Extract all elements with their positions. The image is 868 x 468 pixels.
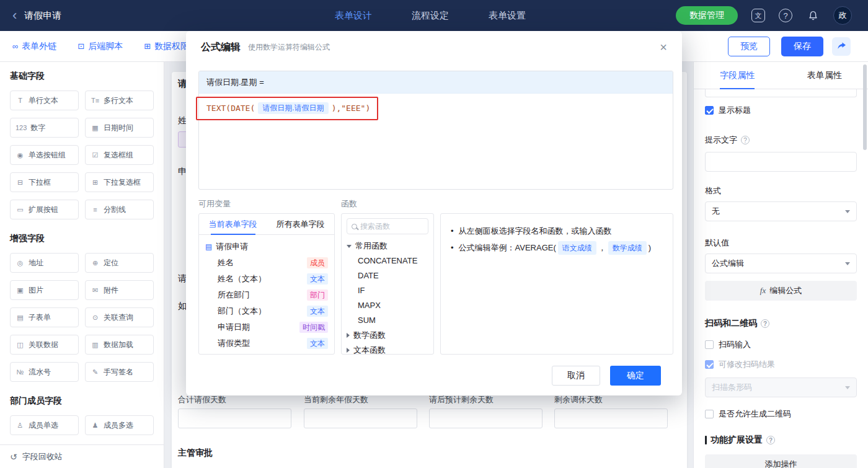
label-text: 扫码和二维码: [705, 318, 757, 329]
user-avatar[interactable]: 政: [833, 6, 852, 25]
chevron-right-icon: [347, 348, 350, 353]
function-search-box[interactable]: [347, 218, 428, 234]
variable-type-tag: 文本: [307, 273, 328, 285]
sidebar-field-extend-button[interactable]: ▭扩展按钮: [10, 200, 79, 219]
variable-item[interactable]: 申请日期 时间戳: [205, 319, 328, 335]
sidebar-field-divider[interactable]: ≡分割线: [85, 200, 154, 219]
canvas-field-label: 合计请假天数: [178, 394, 291, 405]
tab-current-form-fields[interactable]: 当前表单字段: [199, 214, 267, 234]
panel-scrollbar-thumb[interactable]: [863, 64, 867, 150]
function-group-common[interactable]: 常用函数: [347, 239, 428, 254]
search-icon: [352, 224, 357, 229]
sidebar-field-multiline-text[interactable]: T≡多行文本: [85, 91, 154, 110]
function-group-text[interactable]: 文本函数: [347, 343, 428, 355]
function-item[interactable]: CONCATENATE: [347, 254, 428, 268]
subform-icon: ▤: [16, 314, 25, 322]
function-item[interactable]: DATE: [347, 268, 428, 283]
form-input[interactable]: [429, 408, 542, 428]
sidebar-field-member-multi[interactable]: ♟成员多选: [85, 415, 154, 435]
tab-flow-settings[interactable]: 流程设定: [412, 10, 449, 22]
sidebar-field-radio-group[interactable]: ◉单选按钮组: [10, 145, 79, 165]
qr-allow-checkbox-row[interactable]: 是否允许生成二维码: [705, 408, 857, 420]
help-icon[interactable]: ?: [779, 9, 792, 22]
field-recycle-bin[interactable]: ↺ 字段回收站: [0, 444, 164, 468]
sidebar-field-signature[interactable]: ✎手写签名: [85, 362, 154, 382]
sidebar-field-dropdown-multi[interactable]: ⊞下拉复选框: [85, 172, 154, 192]
backend-script-link[interactable]: ⊡ 后端脚本: [78, 41, 123, 52]
cancel-button[interactable]: 取消: [552, 366, 600, 386]
question-circle-icon[interactable]: ?: [741, 136, 750, 144]
notification-bell-icon[interactable]: [806, 9, 820, 22]
share-icon[interactable]: [832, 37, 851, 56]
serial-icon: №: [16, 368, 25, 376]
sidebar-field-subform[interactable]: ▤子表单: [10, 307, 79, 327]
sidebar-field-address[interactable]: ◎地址: [10, 253, 79, 273]
sidebar-field-lookup-query[interactable]: ⊙关联查询: [85, 307, 154, 327]
translate-icon[interactable]: 文: [751, 9, 765, 22]
properties-tabs: 字段属性 表单属性: [694, 62, 868, 89]
function-item[interactable]: IF: [347, 283, 428, 298]
show-title-checkbox-row[interactable]: 显示标题: [705, 105, 857, 116]
user-icon: ♙: [16, 422, 25, 430]
tab-form-settings[interactable]: 表单设置: [489, 10, 526, 22]
default-value-select[interactable]: 公式编辑: [705, 254, 857, 273]
scan-input-checkbox-row[interactable]: 扫码输入: [705, 339, 857, 350]
question-circle-icon[interactable]: ?: [761, 319, 769, 328]
tab-form-design[interactable]: 表单设计: [335, 10, 372, 22]
variable-item[interactable]: 部门（文本） 文本: [205, 303, 328, 319]
data-permission-link[interactable]: ⊞ 数据权限: [144, 41, 189, 52]
field-label: 日期时间: [104, 123, 133, 133]
partial-input[interactable]: [705, 89, 857, 97]
function-search-input[interactable]: [360, 222, 423, 231]
save-button[interactable]: 保存: [781, 37, 823, 56]
edit-formula-button[interactable]: fx 编辑公式: [705, 281, 857, 301]
variable-item[interactable]: 姓名 成员: [205, 255, 328, 271]
variable-item[interactable]: 姓名（文本） 文本: [205, 271, 328, 287]
function-group-label: 常用函数: [355, 241, 388, 252]
sidebar-field-checkbox-group[interactable]: ☑复选框组: [85, 145, 154, 165]
variables-form-node[interactable]: ▤ 请假申请: [205, 239, 328, 255]
data-manage-button[interactable]: 数据管理: [676, 6, 738, 25]
sidebar-field-datetime[interactable]: ▦日期时间: [85, 118, 154, 138]
preview-button[interactable]: 预览: [728, 37, 770, 56]
question-circle-icon[interactable]: ?: [766, 436, 775, 444]
sidebar-field-serial-number[interactable]: №流水号: [10, 362, 79, 382]
tab-all-form-fields[interactable]: 所有表单字段: [267, 214, 334, 234]
sidebar-field-dropdown[interactable]: ⊟下拉框: [10, 172, 79, 192]
sidebar-field-data-load[interactable]: ▥数据加载: [85, 335, 154, 355]
close-icon[interactable]: ×: [660, 41, 667, 53]
sidebar-field-image[interactable]: ▣图片: [10, 280, 79, 300]
form-input[interactable]: [554, 408, 668, 428]
field-label: 子表单: [29, 312, 51, 323]
variable-item[interactable]: 所在部门 部门: [205, 287, 328, 303]
format-value: 无: [712, 206, 720, 217]
label-text: 功能扩展设置: [711, 435, 763, 446]
function-group-math[interactable]: 数学函数: [347, 328, 428, 343]
attachment-icon: ✉: [91, 286, 100, 294]
form-input[interactable]: [304, 408, 417, 428]
sidebar-field-number[interactable]: 123数字: [10, 118, 79, 138]
sidebar-field-single-line-text[interactable]: T单行文本: [10, 91, 79, 110]
form-input[interactable]: [178, 408, 291, 428]
format-select[interactable]: 无: [705, 201, 857, 221]
partial-field-label: 申: [178, 166, 187, 177]
hint-text-input[interactable]: [705, 152, 857, 172]
tab-form-properties[interactable]: 表单属性: [781, 62, 868, 89]
tab-field-properties[interactable]: 字段属性: [694, 62, 781, 89]
variable-item[interactable]: 请假类型 文本: [205, 335, 328, 351]
formula-input-area[interactable]: TEXT(DATE( 请假日期.请假日期 ),"EEE"): [199, 94, 673, 123]
back-icon[interactable]: ‹: [12, 9, 17, 22]
add-action-button[interactable]: 添加操作: [705, 454, 857, 468]
sidebar-field-geolocation[interactable]: ⊕定位: [85, 253, 154, 273]
function-item[interactable]: MAPX: [347, 298, 428, 313]
function-item[interactable]: SUM: [347, 313, 428, 328]
formula-editor[interactable]: 请假日期.星期 = TEXT(DATE( 请假日期.请假日期 ),"EEE"): [198, 71, 673, 190]
confirm-button[interactable]: 确定: [610, 366, 661, 386]
sidebar-field-linked-data[interactable]: ◫关联数据: [10, 335, 79, 355]
sidebar-field-attachment[interactable]: ✉附件: [85, 280, 154, 300]
form-external-link[interactable]: ∞ 表单外链: [12, 41, 56, 52]
sidebar-field-member-single[interactable]: ♙成员单选: [10, 415, 79, 435]
canvas-field-label: 当前剩余年假天数: [304, 394, 417, 405]
hint-text-label: 提示文字 ?: [705, 135, 857, 146]
default-value-label: 默认值: [705, 237, 857, 249]
